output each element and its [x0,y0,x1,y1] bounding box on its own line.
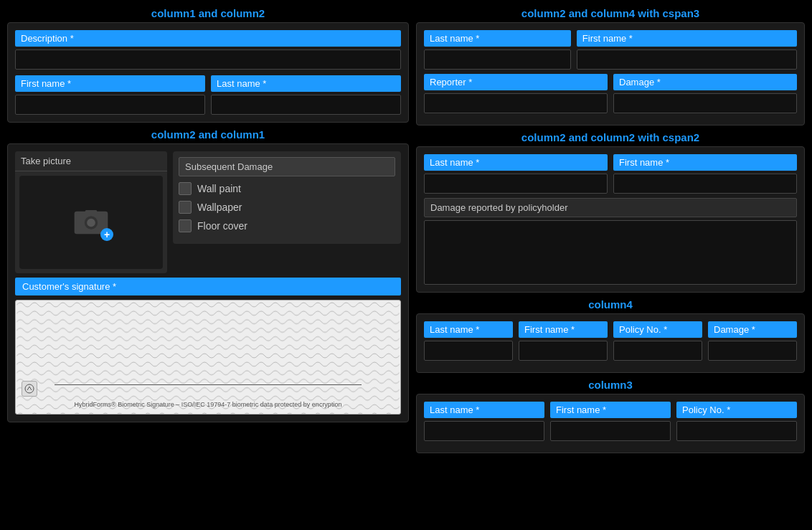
damage-column: Subsequent Damage Wall paint Wallpaper [173,151,401,273]
add-picture-icon[interactable]: + [73,207,109,238]
damage-reported-textarea[interactable] [424,220,797,285]
floor-cover-label: Floor cover [197,220,247,232]
policyno-label-r3: Policy No. * [613,321,702,338]
signature-wavy-bg [16,301,400,414]
signature-label: Customer's signature * [15,278,401,295]
firstname-col-r3: First name * [519,321,608,361]
description-label: Description * [15,30,401,47]
firstname-label-r1: First name * [577,30,797,47]
lastname-input-r4[interactable] [424,421,544,441]
col2and2-title: column2 and column2 with cspan2 [416,131,805,143]
lastname-input-r2[interactable] [424,174,608,194]
col3-title: column3 [416,379,805,391]
reporter-col: Reporter * [424,74,608,113]
firstname-label-r4: First name * [550,402,671,418]
lastname-col-r2: Last name * [424,154,608,194]
damage-label-r3: Damage * [708,321,797,338]
lastname-input-r1[interactable] [424,49,571,70]
lastname-label-c1: Last name * [211,75,401,92]
policyno-label-r4: Policy No. * [676,402,797,418]
signature-pen-icon [22,381,37,397]
col4-section: Last name * First name * Policy No. * Da… [416,313,805,373]
checkbox-wallpaper[interactable]: Wallpaper [179,201,395,214]
firstname-label-c1: First name * [15,75,205,92]
firstname-col-r1: First name * [577,30,797,70]
firstname-input-r4[interactable] [550,421,671,441]
signature-section: Customer's signature * [15,278,401,415]
firstname-col-r2: First name * [613,154,797,194]
firstname-input-r1[interactable] [577,49,797,70]
policyno-input-r4[interactable] [676,421,797,441]
svg-rect-3 [85,210,98,214]
col2and1-section: Take picture + [7,143,409,422]
svg-point-5 [25,384,34,393]
checkbox-floor-cover[interactable]: Floor cover [179,219,395,232]
lastname-col-r3: Last name * [424,321,513,361]
lastname-label-r4: Last name * [424,402,544,418]
firstname-input-r3[interactable] [519,341,608,361]
damage-reported-row: Damage reported by policyholder [424,198,797,285]
signature-footer-text: HybridForms® Biometric Signature – ISO/I… [16,401,400,408]
firstname-input-r2[interactable] [613,174,797,194]
col1and2-section: Description * First name * Last name * [7,22,409,123]
lastname-col-r4: Last name * [424,402,544,441]
lastname-input-c1[interactable] [211,95,401,115]
damage-col-r3: Damage * [708,321,797,361]
firstname-label-r2: First name * [613,154,797,171]
lastname-label-r1: Last name * [424,30,571,47]
firstname-label-r3: First name * [519,321,608,338]
col2and4-title: column2 and column4 with cspan3 [416,7,805,19]
picture-placeholder[interactable]: + [19,176,163,269]
damage-input-r1[interactable] [613,93,797,113]
signature-box[interactable]: HybridForms® Biometric Signature – ISO/I… [15,300,401,415]
checkbox-wall-paint[interactable]: Wall paint [179,182,395,195]
wallpaper-label: Wallpaper [197,202,242,213]
col1and2-title: column1 and column2 [7,7,409,19]
svg-rect-4 [16,301,399,414]
col2and4-section: Last name * First name * Reporter * Dama… [416,22,805,126]
firstname-input-c1[interactable] [15,95,205,115]
policyno-col-r3: Policy No. * [613,321,702,361]
col2and1-title: column2 and column1 [7,128,409,141]
picture-column: Take picture + [15,151,167,273]
wallpaper-checkbox[interactable] [179,201,192,214]
reporter-label: Reporter * [424,74,608,90]
svg-point-2 [87,219,95,227]
reporter-input[interactable] [424,93,608,113]
plus-icon: + [100,228,113,241]
col4-title: column4 [416,298,805,311]
floor-cover-checkbox[interactable] [179,219,192,232]
lastname-label-r3: Last name * [424,321,513,338]
damage-label-r1: Damage * [613,74,797,90]
description-input[interactable] [15,49,401,70]
damage-input-r3[interactable] [708,341,797,361]
damage-col-r1: Damage * [613,74,797,113]
lastname-input-r3[interactable] [424,341,513,361]
policyno-input-r3[interactable] [613,341,702,361]
wall-paint-checkbox[interactable] [179,182,192,195]
wall-paint-label: Wall paint [197,183,241,194]
firstname-col-r4: First name * [550,402,671,441]
damage-reported-label: Damage reported by policyholder [424,198,797,217]
col2and2-section: Last name * First name * Damage reported… [416,146,805,293]
subsequent-damage-header: Subsequent Damage [179,157,395,176]
lastname-label-r2: Last name * [424,154,608,171]
signature-line [55,384,362,385]
col3-section: Last name * First name * Policy No. * [416,394,805,453]
lastname-col-r1: Last name * [424,30,571,70]
take-picture-header: Take picture [15,151,167,171]
policyno-col-r4: Policy No. * [676,402,797,441]
